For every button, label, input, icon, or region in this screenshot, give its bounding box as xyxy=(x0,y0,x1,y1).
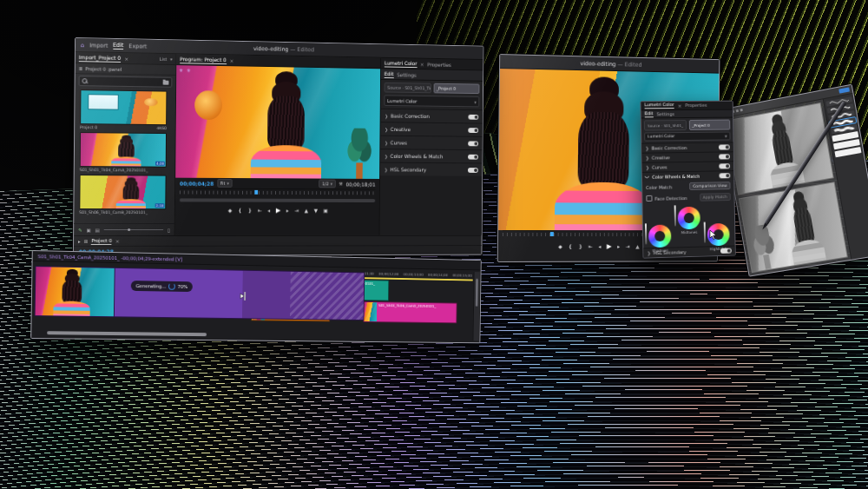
lift-icon[interactable]: ▲ xyxy=(635,242,639,248)
timeline-hscrollbar[interactable] xyxy=(47,331,207,336)
toggle-switch[interactable] xyxy=(720,248,732,253)
close-icon[interactable]: × xyxy=(229,57,233,63)
tab-properties[interactable]: Properties xyxy=(427,61,451,67)
target-project-button[interactable]: _Project 0 xyxy=(688,120,730,130)
go-to-in-icon[interactable]: ⇤ xyxy=(258,207,262,213)
marker-icon[interactable]: ◆ xyxy=(558,242,562,248)
toggle-switch[interactable] xyxy=(468,168,478,173)
toggle-switch[interactable] xyxy=(468,128,478,133)
menu-export[interactable]: Export xyxy=(128,43,147,50)
target-project-button[interactable]: _Project 0 xyxy=(433,83,479,94)
step-back-icon[interactable]: ◂ xyxy=(267,207,270,213)
section-color-wheels[interactable]: ❯ Color Wheels & Match xyxy=(380,149,482,162)
marker-icon[interactable]: ◆ xyxy=(228,207,232,213)
timeline-vscrollbar[interactable] xyxy=(473,272,480,340)
pen-tool-icon[interactable]: ✎ xyxy=(78,228,82,233)
shadows-wheel[interactable] xyxy=(648,225,671,248)
timeline-clip-camd[interactable]: S01_Sh03_Tk06_CamD_20250101_ xyxy=(363,301,457,323)
shadows-slider[interactable] xyxy=(645,224,647,245)
subtab-settings[interactable]: Settings xyxy=(397,71,417,77)
menu-import[interactable]: Import xyxy=(89,42,108,49)
toggle-switch[interactable] xyxy=(719,144,730,149)
section-hsl-secondary[interactable]: ❯ HSL Secondary xyxy=(380,162,482,176)
subtab-edit[interactable]: Edit xyxy=(385,70,394,78)
close-icon[interactable]: × xyxy=(115,238,120,244)
close-icon[interactable]: × xyxy=(420,61,424,67)
chevron-down-icon[interactable]: ▾ xyxy=(725,133,727,138)
search-input[interactable] xyxy=(79,76,173,88)
menu-edit[interactable]: Edit xyxy=(113,42,123,50)
step-back-icon[interactable]: ◂ xyxy=(598,242,601,248)
tab-timeline-project[interactable]: Project 0 xyxy=(91,237,112,244)
selection-tool-icon[interactable]: ▸ xyxy=(78,238,81,243)
monitor-scrubber[interactable] xyxy=(180,188,375,199)
out-point-icon[interactable]: ❵ xyxy=(578,242,582,248)
view-mode-label[interactable]: List xyxy=(160,56,168,62)
bin-item-clip-a[interactable]: 4;28 S01_Sh01_Tk04_CamA_20250101_ xyxy=(80,132,167,173)
export-frame-icon[interactable]: ▣ xyxy=(324,207,328,213)
close-icon[interactable]: × xyxy=(124,56,128,62)
toggle-switch[interactable] xyxy=(468,114,478,119)
trash-icon[interactable]: ▯ xyxy=(168,228,170,233)
subtab-settings[interactable]: Settings xyxy=(656,111,674,116)
toggle-switch[interactable] xyxy=(719,163,730,169)
track-tool-icon[interactable]: ⊞ xyxy=(84,238,89,243)
bin-item-clip-b[interactable]: 2;18 S01_Sh06_Tk01_CamB_20250101_ xyxy=(79,175,166,215)
in-point-icon[interactable]: ❴ xyxy=(238,207,242,213)
generative-sparkle-icon: ✳ ✳ xyxy=(179,67,192,73)
thumbnail-zoom-slider[interactable] xyxy=(104,229,163,230)
midtones-wheel[interactable] xyxy=(678,207,700,230)
new-bin-icon[interactable]: ▣ xyxy=(87,228,91,233)
close-icon[interactable]: × xyxy=(677,102,681,109)
folder-icon[interactable] xyxy=(163,80,169,84)
apply-match-button[interactable]: Apply Match xyxy=(700,194,731,202)
face-detection-checkbox[interactable] xyxy=(646,195,652,202)
storyboard-frame-2[interactable] xyxy=(739,182,848,273)
go-to-out-icon[interactable]: ⇥ xyxy=(294,207,299,213)
tool-icon[interactable] xyxy=(736,109,739,112)
toggle-switch[interactable] xyxy=(719,174,730,179)
wrench-icon[interactable]: ⚒ xyxy=(339,182,342,187)
fit-dropdown[interactable]: Fit▾ xyxy=(217,179,233,188)
tab-lumetri-color[interactable]: Lumetri Color xyxy=(644,102,674,109)
tool-icon[interactable] xyxy=(740,109,742,111)
tab-properties[interactable]: Properties xyxy=(685,102,707,108)
step-forward-icon[interactable]: ▸ xyxy=(286,207,289,213)
premiere-home-icon[interactable]: ⌂ xyxy=(81,42,84,49)
toggle-switch[interactable] xyxy=(468,154,478,159)
in-point-icon[interactable]: ❴ xyxy=(569,242,573,248)
primary-action-button[interactable] xyxy=(838,87,850,93)
ruler-tick: 00;00;14;00 xyxy=(428,273,448,277)
duration-timecode: 00;00;18;01 xyxy=(345,181,375,187)
storyboard-frame-1[interactable] xyxy=(725,102,834,195)
extract-icon[interactable]: ▼ xyxy=(314,207,318,213)
play-icon[interactable]: ▶ xyxy=(607,241,612,249)
chevron-down-icon[interactable]: ▾ xyxy=(474,99,476,104)
source-clip-button[interactable]: Source · S01_Sh01_ xyxy=(644,120,687,130)
tab-lumetri-color[interactable]: Lumetri Color xyxy=(385,59,418,67)
resolution-dropdown[interactable]: 1/2▾ xyxy=(319,180,335,188)
subtab-edit[interactable]: Edit xyxy=(645,110,654,117)
toggle-switch[interactable] xyxy=(719,154,730,159)
generative-extend-clip[interactable] xyxy=(35,266,365,320)
tab-program[interactable]: Program: Project 0 xyxy=(180,56,227,64)
tab-import-project[interactable]: Import_Project 0 xyxy=(79,54,121,63)
highlights-slider[interactable] xyxy=(704,222,706,243)
go-to-out-icon[interactable]: ⇥ xyxy=(626,242,630,248)
chevron-down-icon[interactable]: ▾ xyxy=(170,56,172,62)
section-curves[interactable]: ❯ Curves xyxy=(380,135,482,150)
midtones-slider[interactable] xyxy=(674,206,676,227)
comparison-view-button[interactable]: Comparison View xyxy=(689,182,730,191)
bin-item-sequence[interactable]: Project 04K60 xyxy=(80,89,167,130)
view-icon[interactable]: ▤ xyxy=(95,228,100,233)
toggle-switch[interactable] xyxy=(468,141,478,146)
lift-icon[interactable]: ▲ xyxy=(305,207,308,213)
section-creative[interactable]: ❯ Creative xyxy=(380,122,482,136)
step-forward-icon[interactable]: ▸ xyxy=(617,242,620,248)
section-basic-correction[interactable]: ❯ Basic Correction xyxy=(381,109,483,123)
monitor-scrollbar[interactable] xyxy=(180,198,375,202)
go-to-in-icon[interactable]: ⇤ xyxy=(589,242,593,248)
play-icon[interactable]: ▶ xyxy=(276,206,281,214)
source-clip-button[interactable]: Source · S01_Sh01_Tk04_ xyxy=(385,83,431,93)
out-point-icon[interactable]: ❵ xyxy=(247,207,252,213)
